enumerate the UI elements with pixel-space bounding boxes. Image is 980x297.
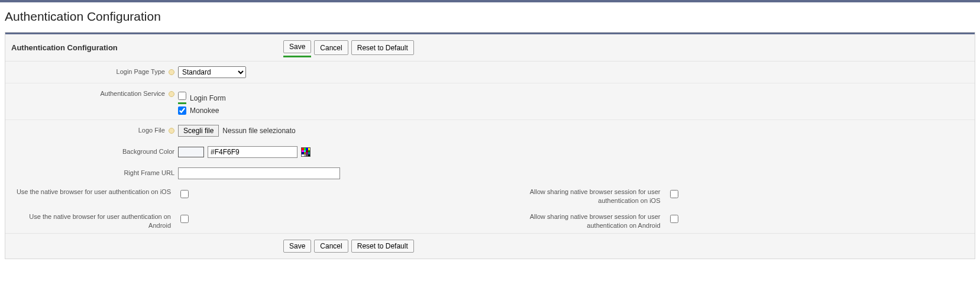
panel-header-title: Authentication Configuration xyxy=(11,43,283,52)
auth-service-login-form-checkbox[interactable] xyxy=(178,92,186,100)
panel-body: Login Page Type Standard Authentication … xyxy=(5,62,975,233)
auth-service-monokee-checkbox[interactable] xyxy=(178,106,186,115)
color-picker-icon[interactable] xyxy=(301,147,311,157)
cancel-button[interactable]: Cancel xyxy=(314,40,348,55)
label-login-page-type: Login Page Type xyxy=(11,66,178,75)
label-share-ios: Allow sharing native browser session for… xyxy=(490,188,668,205)
reset-button[interactable]: Reset to Default xyxy=(351,40,414,55)
row-background-color: Background Color xyxy=(5,141,975,163)
row-logo-file: Logo File Scegli file Nessun file selezi… xyxy=(5,120,975,141)
row-native-ios: Use the native browser for user authenti… xyxy=(5,184,975,209)
choose-file-button[interactable]: Scegli file xyxy=(178,125,219,137)
row-right-frame-url: Right Frame URL xyxy=(5,163,975,184)
config-panel: Authentication Configuration Save Cancel… xyxy=(5,32,975,259)
background-color-input[interactable] xyxy=(208,146,297,158)
share-ios-checkbox[interactable] xyxy=(670,190,678,198)
help-icon[interactable] xyxy=(169,128,174,134)
native-android-checkbox[interactable] xyxy=(180,215,189,223)
label-share-android: Allow sharing native browser session for… xyxy=(490,212,668,230)
panel-footer: Save Cancel Reset to Default xyxy=(5,233,975,259)
page-title: Authentication Configuration xyxy=(5,9,975,24)
label-native-ios: Use the native browser for user authenti… xyxy=(11,188,178,196)
row-authentication-service: Authentication Service Login Form Monoke… xyxy=(5,83,975,120)
save-button-footer[interactable]: Save xyxy=(283,240,311,253)
auth-service-monokee[interactable]: Monokee xyxy=(178,106,226,115)
footer-button-row: Save Cancel Reset to Default xyxy=(283,240,414,253)
help-icon[interactable] xyxy=(169,69,174,75)
save-button-highlight: Save xyxy=(283,40,311,57)
row-native-android: Use the native browser for user authenti… xyxy=(5,209,975,234)
right-frame-url-input[interactable] xyxy=(178,167,340,179)
header-button-row: Save Cancel Reset to Default xyxy=(283,40,414,55)
label-native-android: Use the native browser for user authenti… xyxy=(11,212,178,230)
color-swatch xyxy=(178,147,204,157)
label-background-color: Background Color xyxy=(11,146,178,155)
save-button[interactable]: Save xyxy=(283,40,311,53)
label-authentication-service: Authentication Service xyxy=(11,88,178,97)
label-right-frame-url: Right Frame URL xyxy=(11,167,178,176)
label-logo-file: Logo File xyxy=(11,125,178,134)
row-login-page-type: Login Page Type Standard xyxy=(5,62,975,83)
auth-service-login-form[interactable]: Login Form xyxy=(178,92,226,104)
file-status-text: Nessun file selezionato xyxy=(222,127,295,135)
native-ios-checkbox[interactable] xyxy=(180,190,189,198)
reset-button-footer[interactable]: Reset to Default xyxy=(351,240,414,253)
panel-header: Authentication Configuration Save Cancel… xyxy=(5,34,975,62)
login-page-type-select[interactable]: Standard xyxy=(178,66,246,78)
page: Authentication Configuration Authenticat… xyxy=(0,2,980,266)
help-icon[interactable] xyxy=(169,91,174,97)
cancel-button-footer[interactable]: Cancel xyxy=(314,240,348,253)
share-android-checkbox[interactable] xyxy=(670,215,678,223)
